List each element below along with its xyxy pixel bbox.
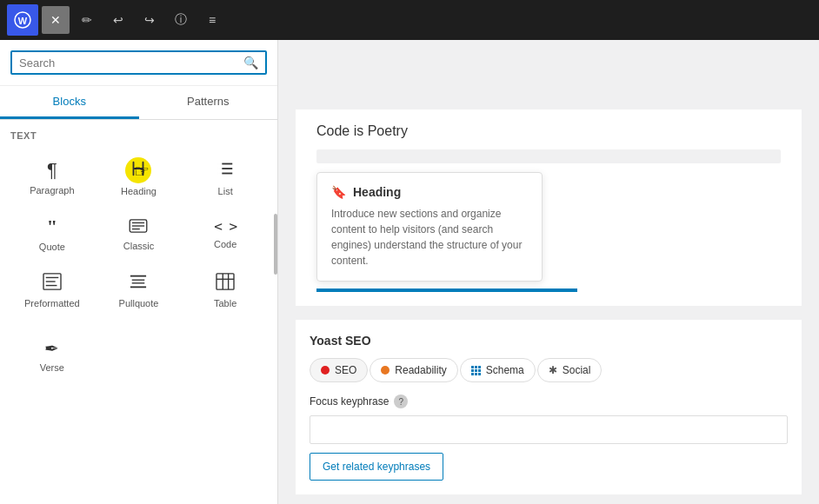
sidebar: 🔍 Blocks Patterns TEXT ¶ Paragraph [0,40,278,504]
block-item-table[interactable]: Table [183,263,267,316]
help-icon[interactable]: ? [394,395,408,408]
yoast-section: Yoast SEO SEO Readability S [296,320,802,494]
edit-button[interactable]: ✏ [73,6,101,34]
search-input[interactable] [19,56,236,70]
block-item-heading[interactable]: ☞ Heading [97,149,181,204]
focus-keyphrase-label: Focus keyphrase ? [310,395,788,408]
verse-icon: ✒ [44,340,59,357]
block-item-code[interactable]: < > Code [183,208,267,260]
blocks-grid: ¶ Paragraph ☞ H [10,149,267,316]
pullquote-icon [129,273,148,293]
table-icon [216,273,235,293]
search-icon[interactable]: 🔍 [243,56,258,70]
tabs-bar: Blocks Patterns [0,86,277,120]
heading-tooltip-card: 🔖 Heading Introduce new sections and org… [316,172,543,282]
seo-dot [321,366,330,375]
schema-tab-label: Schema [486,364,524,376]
close-button[interactable]: ✕ [42,6,70,34]
code-label: Code [214,239,236,249]
yoast-tab-readability[interactable]: Readability [370,358,457,382]
scrollbar-thumb[interactable] [274,214,277,275]
readability-dot [381,366,390,375]
yoast-tab-schema[interactable]: Schema [460,358,536,382]
block-item-pullquote[interactable]: Pullquote [97,263,181,316]
heading-tooltip-title: 🔖 Heading [331,185,528,199]
editor-gray-bar [316,149,781,163]
get-keyphrases-button[interactable]: Get related keyphrases [310,453,443,481]
info-icon: ⓘ [175,12,187,28]
block-item-list[interactable]: List [183,149,267,204]
pen-icon: ✏ [82,13,92,27]
preformatted-icon [43,273,62,293]
pullquote-label: Pullquote [119,298,159,308]
block-item-paragraph[interactable]: ¶ Paragraph [10,149,94,204]
social-icon: ✱ [549,364,557,376]
heading-label: Heading [121,186,156,196]
classic-icon [129,218,148,235]
redo-button[interactable]: ↪ [136,6,163,34]
editor-content: Code is Poetry 🔖 Heading Introduce new s… [296,109,802,306]
preformatted-label: Preformatted [24,298,80,308]
quote-icon: " [47,217,57,236]
block-item-heading-wrapper: ☞ Heading [97,149,181,204]
blue-underline-bar [316,288,577,292]
tab-patterns[interactable]: Patterns [139,86,278,119]
block-item-preformatted[interactable]: Preformatted [10,263,94,316]
table-label: Table [214,298,236,308]
paragraph-icon: ¶ [47,161,57,180]
keyphrase-input[interactable] [310,415,788,444]
list-label: List [218,186,233,196]
wp-logo[interactable]: W [7,4,38,36]
undo-button[interactable]: ↩ [104,6,132,34]
search-box: 🔍 [10,50,267,75]
section-text-label: TEXT [10,130,267,141]
bookmark-icon: 🔖 [331,185,346,199]
yoast-tab-seo[interactable]: SEO [310,358,368,382]
undo-icon: ↩ [113,13,123,27]
code-is-poetry-text: Code is Poetry [316,123,781,139]
block-item-quote[interactable]: " Quote [10,208,94,260]
code-icon: < > [214,220,236,234]
yoast-tabs: SEO Readability Schema ✱ Social [310,358,788,382]
paragraph-label: Paragraph [30,185,74,196]
right-panel: Code is Poetry 🔖 Heading Introduce new s… [278,40,819,504]
classic-label: Classic [123,241,154,251]
yoast-title: Yoast SEO [310,334,788,348]
search-area: 🔍 [0,40,277,86]
verse-label: Verse [40,362,64,373]
block-item-classic[interactable]: Classic [97,208,181,260]
info-button[interactable]: ⓘ [167,6,195,34]
redo-icon: ↪ [144,13,155,27]
social-tab-label: Social [563,364,591,376]
focus-keyphrase-text: Focus keyphrase [310,395,389,408]
svg-rect-20 [216,274,234,289]
quote-label: Quote [39,242,65,252]
toolbar: W ✕ ✏ ↩ ↪ ⓘ ≡ [0,0,819,40]
svg-text:W: W [18,16,28,26]
heading-icon [129,159,148,181]
main-layout: 🔍 Blocks Patterns TEXT ¶ Paragraph [0,40,819,504]
list-view-button[interactable]: ≡ [198,6,226,34]
list-block-icon [216,159,235,181]
seo-tab-label: SEO [335,364,356,376]
block-item-verse[interactable]: ✒ Verse [10,330,94,381]
schema-grid-icon [471,366,481,375]
blocks-content: TEXT ¶ Paragraph [0,120,277,504]
editor-header-bar [296,57,802,109]
readability-tab-label: Readability [395,364,446,376]
editor-area: Code is Poetry 🔖 Heading Introduce new s… [296,57,802,306]
list-icon: ≡ [209,13,216,27]
close-icon: ✕ [50,13,61,27]
yoast-tab-social[interactable]: ✱ Social [537,358,603,382]
heading-tooltip-desc: Introduce new sections and organize cont… [331,206,528,269]
heading-tooltip-title-text: Heading [353,185,401,199]
blocks-grid-2: ✒ Verse [10,330,267,381]
tab-blocks[interactable]: Blocks [0,86,139,119]
